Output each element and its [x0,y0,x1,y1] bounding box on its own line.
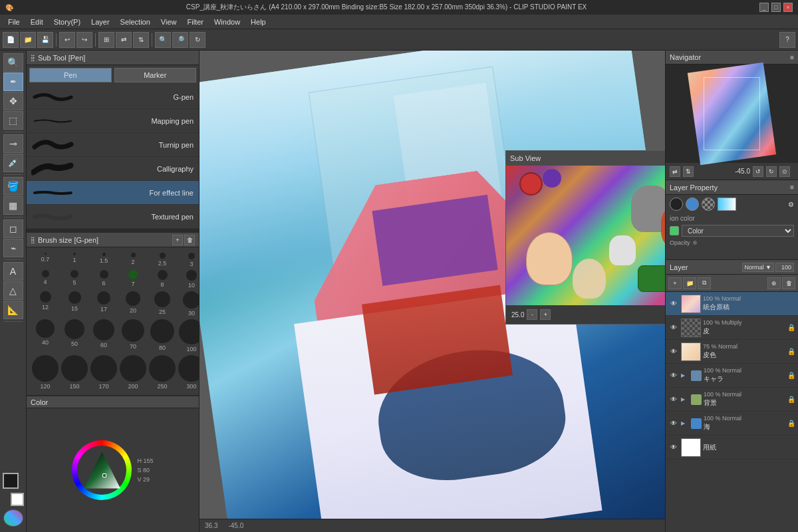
tool-pen[interactable]: ✒ [3,72,23,91]
layer-new-folder-button[interactable]: 📁 [683,277,696,289]
tool-select[interactable]: ⬚ [3,111,23,130]
zoom-in-button[interactable]: 🔍 [155,32,171,48]
size-item-5[interactable]: 5 [61,270,88,289]
size-item-12[interactable]: 12 [32,291,59,317]
brush-mapping[interactable]: Mapping pen [27,109,199,133]
size-item-70[interactable]: 70 [120,319,146,352]
tool-blur[interactable]: ⌁ [3,239,23,257]
tool-zoom[interactable]: 🔍 [3,53,23,72]
tool-fill[interactable]: 🪣 [3,177,23,196]
color-wheel[interactable] [72,440,132,500]
maximize-button[interactable]: □ [771,3,781,12]
sub-view-header[interactable]: Sub View _ × [506,151,665,166]
brushsize-add-button[interactable]: + [172,235,183,245]
menu-filter[interactable]: Filter [182,17,209,27]
tool-move[interactable]: ✥ [3,92,23,110]
help-icon-button[interactable]: ? [779,32,795,48]
layer-copy-button[interactable]: ⧉ [698,277,711,289]
size-item-50[interactable]: 50 [61,319,88,352]
color-triangle-area[interactable] [77,446,126,495]
color-swatch-blue[interactable] [686,198,699,211]
layer-lock-4[interactable]: 🔒 [787,396,795,403]
tool-text[interactable]: A [3,262,23,281]
layer-vis-6[interactable]: 👁 [668,442,679,453]
brush-gpen[interactable]: G-pen [27,85,199,109]
flip-v-button[interactable]: ⇅ [133,32,149,48]
layer-new-button[interactable]: + [668,277,682,289]
layer-vis-5[interactable]: 👁 [668,418,679,429]
size-item-7[interactable]: 7 [120,270,146,289]
open-button[interactable]: 📁 [20,32,36,48]
brush-calligraphy[interactable]: Calligraphy [27,157,199,181]
minimize-button[interactable]: _ [759,3,769,12]
nav-flip-v-button[interactable]: ⇅ [683,166,694,177]
size-item-60[interactable]: 60 [90,319,117,352]
size-item-1[interactable]: 1 [61,253,88,267]
layer-vis-2[interactable]: 👁 [668,346,679,357]
size-item-8[interactable]: 8 [149,270,176,289]
size-item-250[interactable]: 250 [149,355,176,390]
size-item-4[interactable]: 4 [32,270,59,289]
foreground-color[interactable] [3,473,19,489]
size-item-2[interactable]: 2 [120,253,146,267]
layer-lock-1[interactable]: 🔒 [787,324,795,331]
color-swatch-black[interactable] [670,198,683,211]
size-item-170[interactable]: 170 [90,355,117,390]
menu-layer[interactable]: Layer [86,17,115,27]
size-item-150[interactable]: 150 [61,355,88,390]
navigator-options-button[interactable]: ≡ [790,54,794,61]
menu-help[interactable]: Help [245,17,271,27]
navigator-thumb-area[interactable] [666,65,798,163]
layer-vis-1[interactable]: 👁 [668,323,679,333]
size-item-80[interactable]: 80 [149,319,176,352]
size-item-120[interactable]: 120 [32,355,59,390]
layer-vis-3[interactable]: 👁 [668,370,679,381]
menu-selection[interactable]: Selection [115,17,156,27]
tool-eyedrop[interactable]: 💉 [3,154,23,172]
tool-shape[interactable]: △ [3,281,23,300]
layer-opacity-display[interactable]: 100 [775,263,794,272]
redo-button[interactable]: ↪ [76,32,92,48]
layer-merge-button[interactable]: ⊕ [767,277,781,289]
size-item-17[interactable]: 17 [90,291,117,317]
nav-rotate-left-button[interactable]: ↺ [753,166,763,177]
size-item-25b[interactable]: 25 [149,291,176,317]
color-swatch-gradient[interactable] [718,198,736,211]
layer-item-1[interactable]: 👁 100 % Multiply 皮 🔒 [666,316,798,340]
tool-eraser[interactable]: ◻ [3,219,23,238]
menu-file[interactable]: File [3,17,25,27]
sub-view-zoom-in-button[interactable]: + [540,309,551,320]
nav-rotate-right-button[interactable]: ↻ [766,166,777,177]
brush-effect[interactable]: For effect line [27,181,199,205]
flip-h-button[interactable]: ⇄ [116,32,132,48]
size-item-07[interactable]: 0.7 [32,253,59,267]
undo-button[interactable]: ↩ [59,32,75,48]
layer-prop-options[interactable]: ⚙ [788,201,794,208]
menu-edit[interactable]: Edit [25,17,49,27]
layer-opacity-toggle[interactable] [693,241,697,245]
close-button[interactable]: × [783,3,793,12]
nav-flip-h-button[interactable]: ⇄ [670,166,680,177]
layer-prop-color-indicator[interactable] [670,226,679,235]
menu-view[interactable]: View [156,17,182,27]
background-color[interactable] [11,493,24,506]
color-selector[interactable] [0,473,27,506]
layer-property-options-button[interactable]: ≡ [790,184,794,191]
size-item-15[interactable]: 1.5 [90,253,117,267]
layer-item-6[interactable]: 👁 用紙 [666,436,798,460]
transform-button[interactable]: ⊞ [98,32,114,48]
color-swatch-checker[interactable] [702,198,715,211]
new-button[interactable]: 📄 [3,32,19,48]
layer-lock-5[interactable]: 🔒 [787,420,795,427]
canvas-area[interactable]: Sub View _ × [200,51,665,532]
layer-lock-2[interactable]: 🔒 [787,348,795,355]
layer-lock-3[interactable]: 🔒 [787,372,795,379]
size-item-20[interactable]: 20 [120,291,146,317]
brushsize-delete-button[interactable]: 🗑 [184,235,195,245]
layer-vis-0[interactable]: 👁 [668,299,679,309]
layer-item-4[interactable]: 👁 ▶ 100 % Normal 背景 🔒 [666,388,798,412]
layer-item-0[interactable]: 👁 100 % Normal 統合原稿 [666,292,798,316]
size-item-6[interactable]: 6 [90,270,117,289]
brush-textured[interactable]: Textured pen [27,205,199,229]
rotate-button[interactable]: ↻ [190,32,205,48]
